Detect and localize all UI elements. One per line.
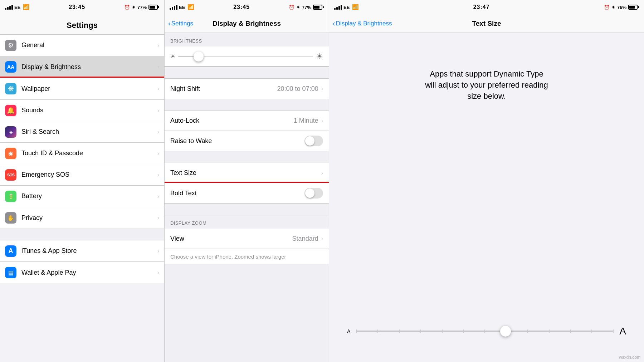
settings-group-1: ⚙ General › AA Display & Brightness ›	[0, 35, 164, 78]
brightness-group: BRIGHTNESS ☀ ☀	[165, 33, 329, 67]
back-label-right: Display & Brightness	[336, 20, 392, 27]
wallet-icon: ▤	[5, 267, 16, 278]
wifi-icon-left: 📶	[23, 4, 30, 10]
itunes-chevron: ›	[157, 248, 159, 254]
display-chevron: ›	[157, 64, 159, 70]
boldtext-label: Bold Text	[170, 190, 304, 197]
brightness-high-icon: ☀	[316, 52, 323, 61]
left-panel: EE 📶 23:45 ⏰ ✴ 77% Settings ⚙ General ›	[0, 0, 165, 362]
tick-9	[527, 329, 528, 333]
tss-thumb[interactable]	[500, 326, 511, 337]
dynamic-type-description: Apps that support Dynamic Type will adju…	[347, 69, 626, 102]
signal-bars-middle	[170, 5, 177, 10]
sidebar-item-general[interactable]: ⚙ General ›	[0, 35, 164, 56]
sidebar-item-privacy[interactable]: ✋ Privacy ›	[0, 207, 164, 229]
raisetowake-knob	[305, 136, 314, 146]
textsize-chevron: ›	[321, 170, 323, 176]
back-button-middle[interactable]: ‹ Settings	[168, 19, 193, 28]
sidebar-item-sounds[interactable]: 🔔 Sounds ›	[0, 100, 164, 121]
back-button-right[interactable]: ‹ Display & Brightness	[333, 19, 392, 28]
time-left: 23:45	[69, 4, 85, 10]
brightness-track[interactable]	[178, 56, 313, 57]
sidebar-item-display[interactable]: AA Display & Brightness ›	[0, 56, 164, 78]
sidebar-item-battery[interactable]: 🔋 Battery ›	[0, 186, 164, 207]
sounds-label: Sounds	[21, 107, 157, 114]
tick-3	[399, 329, 400, 333]
tick-13	[613, 329, 614, 333]
battery-label: Battery	[21, 192, 157, 200]
autolock-chevron: ›	[321, 118, 323, 124]
general-chevron: ›	[157, 42, 159, 49]
sidebar-item-emergency[interactable]: SOS Emergency SOS ›	[0, 164, 164, 186]
brightness-thumb[interactable]	[194, 52, 204, 62]
tick-2	[377, 329, 378, 333]
section-separator-1	[0, 229, 164, 240]
right-panel: EE 📶 23:47 ⏰ ✴ 76% ‹ Display & Brightnes…	[329, 0, 644, 362]
emergency-chevron: ›	[157, 172, 159, 178]
brightness-header: BRIGHTNESS	[165, 33, 329, 47]
carrier-name-middle: EE	[179, 5, 185, 10]
displayzoom-group: DISPLAY ZOOM View Standard ›	[165, 215, 329, 249]
nav-bar-middle: ‹ Settings Display & Brightness	[165, 14, 329, 33]
display-active-underline	[0, 77, 164, 78]
siri-chevron: ›	[157, 129, 159, 135]
sidebar-item-siri[interactable]: ◈ Siri & Search ›	[0, 121, 164, 143]
battery-chevron: ›	[157, 193, 159, 200]
signal-bars-left	[5, 5, 13, 10]
battery-percent-left: 77%	[137, 5, 147, 10]
autolock-row[interactable]: Auto-Lock 1 Minute ›	[165, 111, 329, 131]
sidebar-item-wallpaper[interactable]: ❋ Wallpaper ›	[0, 78, 164, 99]
boldtext-knob	[305, 189, 314, 198]
battery-row-icon: 🔋	[5, 191, 16, 202]
gap-2	[165, 99, 329, 111]
gap-4	[165, 204, 329, 215]
back-chevron-middle: ‹	[168, 19, 171, 28]
sounds-chevron: ›	[157, 107, 159, 114]
status-bar-left: EE 📶 23:45 ⏰ ✴ 77%	[0, 0, 164, 14]
sidebar-item-touchid[interactable]: ◉ Touch ID & Passcode ›	[0, 143, 164, 164]
raisetowake-label: Raise to Wake	[170, 137, 304, 145]
sidebar-item-wallet[interactable]: ▤ Wallet & Apple Pay ›	[0, 262, 164, 283]
emergency-icon: SOS	[5, 169, 16, 181]
textsize-underline	[165, 182, 329, 183]
siri-label: Siri & Search	[21, 128, 157, 136]
brightness-slider-row[interactable]: ☀ ☀	[165, 47, 329, 67]
lock-group: Auto-Lock 1 Minute › Raise to Wake	[165, 111, 329, 151]
signal-bars-right	[334, 5, 342, 10]
status-right-left: ⏰ ✴ 77%	[124, 5, 159, 10]
choose-view-text: Choose a view for iPhone. Zoomed shows l…	[165, 249, 329, 264]
general-icon: ⚙	[5, 40, 16, 51]
nightshift-label: Night Shift	[170, 85, 277, 93]
boldtext-row[interactable]: Bold Text	[165, 183, 329, 203]
carrier-signal-middle: EE 📶	[170, 4, 194, 10]
nightshift-row[interactable]: Night Shift 20:00 to 07:00 ›	[165, 79, 329, 99]
battery-percent-right: 76%	[617, 5, 626, 10]
back-chevron-right: ‹	[333, 19, 335, 28]
view-row[interactable]: View Standard ›	[165, 229, 329, 249]
raisetowake-toggle[interactable]	[304, 136, 323, 146]
time-right: 23:47	[473, 4, 490, 10]
textsize-row[interactable]: Text Size ›	[165, 163, 329, 183]
gap-3	[165, 151, 329, 163]
tick-1	[356, 329, 357, 333]
touchid-chevron: ›	[157, 150, 159, 157]
raisetowake-row[interactable]: Raise to Wake	[165, 131, 329, 151]
tick-5	[442, 329, 443, 333]
boldtext-toggle[interactable]	[304, 188, 323, 199]
privacy-icon: ✋	[5, 212, 16, 224]
nightshift-value: 20:00 to 07:00	[277, 85, 318, 93]
settings-group-wallpaper: ❋ Wallpaper ›	[0, 78, 164, 99]
siri-icon: ◈	[5, 126, 16, 138]
display-brightness-content: BRIGHTNESS ☀ ☀ Night Shift 20:00 to 07:0…	[165, 33, 329, 362]
carrier-signal-right: EE 📶	[334, 4, 359, 10]
status-right-middle: ⏰ ✴ 77%	[289, 5, 324, 10]
privacy-label: Privacy	[21, 214, 157, 222]
battery-icon-middle	[313, 5, 324, 10]
tss-track[interactable]	[356, 331, 614, 332]
sidebar-item-itunes[interactable]: A iTunes & App Store ›	[0, 240, 164, 262]
sounds-icon: 🔔	[5, 105, 16, 116]
itunes-icon: A	[5, 245, 16, 257]
watermark: wsxdn.com	[619, 355, 640, 360]
nav-title-middle: Display & Brightness	[213, 20, 281, 28]
bt-icon-middle: ✴	[296, 5, 300, 10]
